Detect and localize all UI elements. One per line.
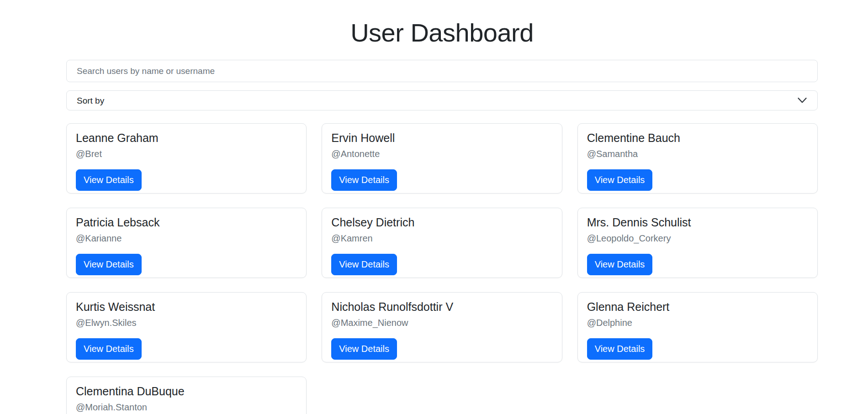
user-name: Kurtis Weissnat <box>76 300 297 314</box>
user-username: @Kamren <box>331 231 552 245</box>
user-card: Kurtis Weissnat @Elwyn.Skiles View Detai… <box>66 292 307 362</box>
user-card: Glenna Reichert @Delphine View Details <box>577 292 818 362</box>
user-name: Nicholas Runolfsdottir V <box>331 300 552 314</box>
user-username: @Samantha <box>587 147 808 161</box>
user-username: @Leopoldo_Corkery <box>587 231 808 245</box>
view-details-button[interactable]: View Details <box>76 254 142 275</box>
sort-select[interactable]: Sort by <box>66 90 818 110</box>
user-name: Chelsey Dietrich <box>331 215 552 229</box>
user-username: @Delphine <box>587 316 808 330</box>
user-card: Leanne Graham @Bret View Details <box>66 123 307 194</box>
user-name: Ervin Howell <box>331 131 552 145</box>
user-username: @Elwyn.Skiles <box>76 316 297 330</box>
main-container: User Dashboard Sort by Leanne Graham @Br… <box>66 0 818 414</box>
user-username: @Maxime_Nienow <box>331 316 552 330</box>
user-card: Patricia Lebsack @Karianne View Details <box>66 208 307 278</box>
page-title: User Dashboard <box>66 17 818 48</box>
user-card: Chelsey Dietrich @Kamren View Details <box>322 208 562 278</box>
view-details-button[interactable]: View Details <box>587 338 653 360</box>
user-grid: Leanne Graham @Bret View Details Ervin H… <box>66 123 818 414</box>
user-card: Nicholas Runolfsdottir V @Maxime_Nienow … <box>322 292 562 362</box>
sort-select-wrap: Sort by <box>66 90 818 110</box>
user-name: Clementine Bauch <box>587 131 808 145</box>
view-details-button[interactable]: View Details <box>331 338 397 360</box>
view-details-button[interactable]: View Details <box>331 169 397 191</box>
user-username: @Moriah.Stanton <box>76 400 297 414</box>
user-card: Clementine Bauch @Samantha View Details <box>577 123 818 194</box>
view-details-button[interactable]: View Details <box>587 169 653 191</box>
user-name: Patricia Lebsack <box>76 215 297 229</box>
view-details-button[interactable]: View Details <box>331 254 397 275</box>
search-input[interactable] <box>66 60 818 82</box>
user-name: Leanne Graham <box>76 131 297 145</box>
user-username: @Karianne <box>76 231 297 245</box>
view-details-button[interactable]: View Details <box>76 338 142 360</box>
user-name: Clementina DuBuque <box>76 384 297 398</box>
user-username: @Bret <box>76 147 297 161</box>
user-card: Clementina DuBuque @Moriah.Stanton View … <box>66 377 307 414</box>
user-name: Mrs. Dennis Schulist <box>587 215 808 229</box>
user-name: Glenna Reichert <box>587 300 808 314</box>
user-card: Ervin Howell @Antonette View Details <box>322 123 562 194</box>
user-username: @Antonette <box>331 147 552 161</box>
view-details-button[interactable]: View Details <box>76 169 142 191</box>
user-card: Mrs. Dennis Schulist @Leopoldo_Corkery V… <box>577 208 818 278</box>
view-details-button[interactable]: View Details <box>587 254 653 275</box>
